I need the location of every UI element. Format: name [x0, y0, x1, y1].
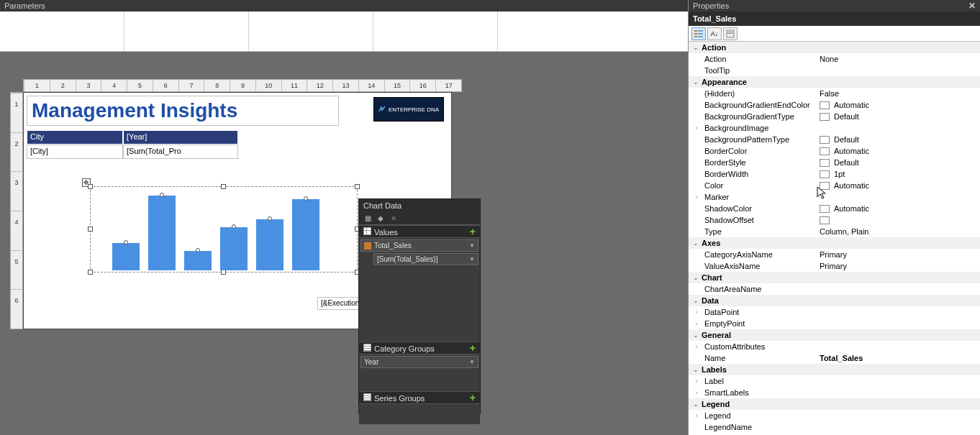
- expand-icon[interactable]: ›: [689, 389, 704, 396]
- property-row[interactable]: ›SmartLabels: [689, 387, 980, 398]
- expand-icon[interactable]: ⌄: [693, 78, 702, 86]
- series-groups-header[interactable]: Series Groups +: [359, 391, 480, 404]
- color-swatch[interactable]: [820, 136, 830, 144]
- property-value[interactable]: Default: [820, 135, 980, 144]
- expand-icon[interactable]: ›: [689, 377, 704, 385]
- alphabetical-view-button[interactable]: A↓: [707, 27, 722, 40]
- add-series-icon[interactable]: +: [470, 392, 476, 403]
- chart-selection[interactable]: ✥: [90, 186, 358, 273]
- property-group-header[interactable]: ⌄Legend: [689, 398, 980, 410]
- property-row[interactable]: BorderColorAutomatic: [689, 145, 980, 157]
- resize-handle[interactable]: [88, 226, 93, 232]
- property-group-header[interactable]: ⌄Axes: [689, 237, 980, 249]
- expand-icon[interactable]: ›: [689, 343, 704, 350]
- color-swatch[interactable]: [820, 113, 830, 121]
- expand-icon[interactable]: ›: [689, 320, 704, 327]
- property-value[interactable]: Primary: [820, 250, 980, 259]
- color-swatch[interactable]: [820, 101, 830, 109]
- property-pages-button[interactable]: [723, 27, 738, 40]
- color-swatch[interactable]: [820, 216, 830, 224]
- resize-handle[interactable]: [88, 184, 93, 189]
- property-value[interactable]: Automatic: [820, 181, 980, 190]
- property-row[interactable]: (Hidden)False: [689, 88, 980, 99]
- values-body[interactable]: [359, 267, 480, 342]
- table-header-year[interactable]: [Year]: [123, 130, 238, 145]
- property-row[interactable]: NameTotal_Sales: [689, 352, 980, 364]
- property-row[interactable]: BackgroundPatternTypeDefault: [689, 134, 980, 145]
- table-cell-city[interactable]: [City]: [27, 145, 123, 159]
- logo-image[interactable]: ENTERPRISE DNA: [373, 97, 444, 122]
- series-body[interactable]: [359, 404, 480, 424]
- value-expression-item[interactable]: [Sum(Total_Sales)] ▼: [373, 253, 478, 265]
- resize-handle[interactable]: [355, 184, 360, 189]
- expand-icon[interactable]: ⌄: [693, 274, 702, 281]
- add-category-icon[interactable]: +: [470, 342, 476, 354]
- expand-icon[interactable]: ⌄: [693, 44, 702, 51]
- property-row[interactable]: ›Legend: [689, 410, 980, 421]
- property-value[interactable]: 1pt: [820, 170, 980, 178]
- property-value[interactable]: Automatic: [820, 147, 980, 155]
- properties-object-name[interactable]: Total_Sales: [689, 12, 980, 26]
- chart-data-panel[interactable]: Chart Data ▦ ◆ ✕ Values + Total_Sales ▼ …: [358, 198, 481, 414]
- chart-bar[interactable]: [292, 199, 319, 270]
- chart-bar[interactable]: [256, 219, 283, 271]
- values-section-header[interactable]: Values +: [359, 225, 480, 238]
- property-value[interactable]: Default: [820, 158, 980, 167]
- expand-icon[interactable]: ⌄: [693, 331, 702, 339]
- dropdown-icon[interactable]: ▼: [469, 359, 475, 365]
- table-header-row[interactable]: City [Year]: [27, 130, 238, 145]
- property-row[interactable]: ›EmptyPoint: [689, 318, 980, 329]
- property-row[interactable]: ›BackgroundImage: [689, 122, 980, 134]
- property-group-header[interactable]: ⌄Data: [689, 295, 980, 306]
- resize-handle[interactable]: [221, 184, 226, 189]
- expand-icon[interactable]: ›: [689, 124, 704, 132]
- property-row[interactable]: ›DataPoint: [689, 306, 980, 318]
- resize-handle[interactable]: [88, 270, 93, 275]
- property-value[interactable]: Total_Sales: [820, 354, 980, 362]
- property-group-header[interactable]: ⌄Labels: [689, 364, 980, 375]
- property-row[interactable]: ColorAutomatic: [689, 180, 980, 191]
- property-value[interactable]: Automatic: [820, 101, 980, 109]
- property-row[interactable]: ValueAxisNamePrimary: [689, 260, 980, 272]
- property-value[interactable]: Column, Plain: [820, 227, 980, 236]
- category-field-item[interactable]: Year ▼: [360, 356, 478, 368]
- dropdown-icon[interactable]: ▼: [469, 242, 475, 249]
- expand-icon[interactable]: ⌄: [693, 297, 702, 304]
- expand-icon[interactable]: ›: [689, 308, 704, 316]
- property-row[interactable]: ShadowColorAutomatic: [689, 203, 980, 214]
- chart-bar[interactable]: [184, 251, 212, 271]
- color-swatch[interactable]: [820, 159, 830, 167]
- delete-icon[interactable]: ✕: [389, 214, 398, 223]
- property-value[interactable]: Default: [820, 112, 980, 121]
- expand-icon[interactable]: ⌄: [693, 400, 702, 408]
- dropdown-icon[interactable]: ▼: [469, 256, 475, 262]
- report-title-textbox[interactable]: Management Insights: [27, 96, 339, 126]
- property-value[interactable]: [820, 216, 980, 224]
- property-row[interactable]: ›Marker: [689, 191, 980, 203]
- expand-icon[interactable]: ⌄: [693, 366, 702, 373]
- resize-handle[interactable]: [221, 270, 226, 275]
- color-swatch[interactable]: [820, 182, 830, 190]
- property-row[interactable]: ChartAreaName: [689, 283, 980, 295]
- close-icon[interactable]: ✕: [968, 1, 976, 11]
- property-value[interactable]: False: [820, 89, 980, 98]
- execution-time-textbox[interactable]: [&ExecutionT: [317, 297, 360, 310]
- property-group-header[interactable]: ⌄Appearance: [689, 76, 980, 88]
- property-row[interactable]: LegendName: [689, 421, 980, 433]
- property-value[interactable]: Automatic: [820, 204, 980, 213]
- property-row[interactable]: CategoryAxisNamePrimary: [689, 249, 980, 260]
- property-group-header[interactable]: ⌄Action: [689, 42, 980, 53]
- table-header-city[interactable]: City: [27, 130, 123, 145]
- color-swatch[interactable]: [820, 147, 830, 155]
- categorized-view-button[interactable]: [691, 27, 706, 40]
- expand-icon[interactable]: ⌄: [693, 239, 702, 247]
- chart-bar[interactable]: [220, 227, 248, 271]
- property-row[interactable]: BackgroundGradientEndColorAutomatic: [689, 99, 980, 111]
- category-groups-header[interactable]: Category Groups +: [359, 342, 480, 354]
- property-row[interactable]: ShadowOffset: [689, 214, 980, 226]
- property-row[interactable]: BorderWidth1pt: [689, 168, 980, 180]
- color-swatch[interactable]: [820, 170, 830, 178]
- expand-icon[interactable]: ›: [689, 412, 704, 419]
- param-cell[interactable]: [249, 12, 373, 51]
- property-group-header[interactable]: ⌄General: [689, 329, 980, 341]
